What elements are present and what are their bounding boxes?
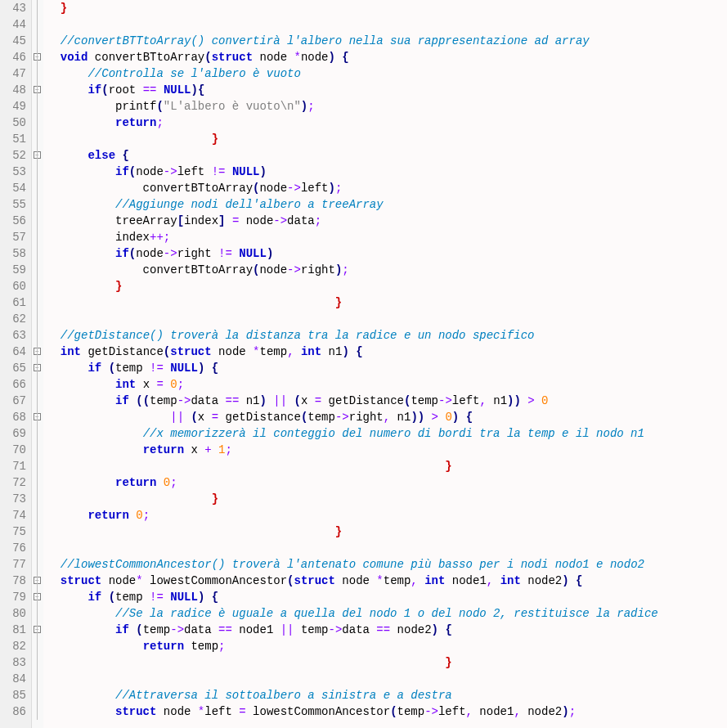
line-number: 45 xyxy=(3,33,26,49)
line-number: 72 xyxy=(3,474,26,491)
line-number: 47 xyxy=(3,65,26,82)
line-number: 64 xyxy=(3,344,26,360)
code-line[interactable]: } xyxy=(47,131,727,147)
line-number: 49 xyxy=(3,98,26,115)
line-number: 70 xyxy=(3,442,26,458)
code-line[interactable]: if (temp != NULL) { xyxy=(47,360,727,376)
code-line[interactable]: //lowestCommonAncestor() troverà l'anten… xyxy=(47,556,727,573)
line-number: 80 xyxy=(3,605,26,622)
line-number: 66 xyxy=(3,376,26,393)
line-number: 48 xyxy=(3,82,26,98)
line-number: 81 xyxy=(3,622,26,638)
line-number: 68 xyxy=(3,409,26,425)
code-line[interactable]: else { xyxy=(47,147,727,164)
code-line[interactable]: struct node *left = lowestCommonAncestor… xyxy=(47,703,727,720)
code-line[interactable]: return temp; xyxy=(47,638,727,654)
line-number: 79 xyxy=(3,589,26,605)
line-number: 56 xyxy=(3,213,26,229)
line-number: 83 xyxy=(3,654,26,671)
code-line[interactable]: printf("L'albero è vuoto\n"); xyxy=(47,98,727,115)
line-number: 77 xyxy=(3,556,26,573)
line-number: 67 xyxy=(3,393,26,409)
line-number: 85 xyxy=(3,687,26,703)
line-number: 61 xyxy=(3,294,26,311)
code-line[interactable]: if(node->right != NULL) xyxy=(47,245,727,262)
line-number: 82 xyxy=(3,638,26,654)
code-editor[interactable]: 4344454647484950515253545556575859606162… xyxy=(0,0,727,728)
code-line[interactable]: int getDistance(struct node *temp, int n… xyxy=(47,344,727,360)
line-number: 57 xyxy=(3,229,26,245)
code-line[interactable]: int x = 0; xyxy=(47,376,727,393)
code-line[interactable]: convertBTtoArray(node->right); xyxy=(47,262,727,278)
code-line[interactable]: } xyxy=(47,0,727,16)
line-number: 60 xyxy=(3,278,26,294)
code-line[interactable] xyxy=(47,540,727,556)
line-number: 59 xyxy=(3,262,26,278)
line-number: 84 xyxy=(3,671,26,687)
code-line[interactable] xyxy=(47,16,727,33)
fold-guide xyxy=(37,0,38,720)
code-line[interactable]: if (temp->data == node1 || temp->data ==… xyxy=(47,622,727,638)
line-number: 58 xyxy=(3,245,26,262)
code-line[interactable]: return x + 1; xyxy=(47,442,727,458)
line-number: 50 xyxy=(3,115,26,131)
code-line[interactable]: //Attraversa il sottoalbero a sinistra e… xyxy=(47,687,727,703)
code-line[interactable]: } xyxy=(47,654,727,671)
code-line[interactable]: index++; xyxy=(47,229,727,245)
code-line[interactable]: || (x = getDistance(temp->right, n1)) > … xyxy=(47,409,727,425)
line-number-gutter: 4344454647484950515253545556575859606162… xyxy=(0,0,32,728)
code-line[interactable]: //getDistance() troverà la distanza tra … xyxy=(47,327,727,344)
line-number: 73 xyxy=(3,491,26,507)
line-number: 52 xyxy=(3,147,26,164)
code-line[interactable]: treeArray[index] = node->data; xyxy=(47,213,727,229)
line-number: 86 xyxy=(3,703,26,720)
code-line[interactable] xyxy=(47,671,727,687)
code-line[interactable]: } xyxy=(47,524,727,540)
line-number: 63 xyxy=(3,327,26,344)
code-line[interactable]: //convertBTTtoArray() convertirà l'alber… xyxy=(47,33,727,49)
code-line[interactable]: } xyxy=(47,491,727,507)
code-line[interactable]: return 0; xyxy=(47,474,727,491)
code-line[interactable]: if (temp != NULL) { xyxy=(47,589,727,605)
fold-column[interactable]: −−−−−−−−− xyxy=(32,0,43,728)
line-number: 78 xyxy=(3,573,26,589)
line-number: 74 xyxy=(3,507,26,524)
line-number: 65 xyxy=(3,360,26,376)
line-number: 46 xyxy=(3,49,26,65)
line-number: 55 xyxy=(3,196,26,213)
code-line[interactable]: void convertBTtoArray(struct node *node)… xyxy=(47,49,727,65)
line-number: 62 xyxy=(3,311,26,327)
code-line[interactable]: struct node* lowestCommonAncestor(struct… xyxy=(47,573,727,589)
code-line[interactable] xyxy=(47,311,727,327)
code-line[interactable]: //Aggiunge nodi dell'albero a treeArray xyxy=(47,196,727,213)
code-line[interactable]: } xyxy=(47,278,727,294)
code-line[interactable]: } xyxy=(47,458,727,474)
line-number: 75 xyxy=(3,524,26,540)
line-number: 51 xyxy=(3,131,26,147)
line-number: 53 xyxy=(3,164,26,180)
line-number: 76 xyxy=(3,540,26,556)
code-line[interactable]: //x memorizzerà il conteggio del numero … xyxy=(47,425,727,442)
line-number: 44 xyxy=(3,16,26,33)
code-line[interactable]: } xyxy=(47,294,727,311)
code-line[interactable]: if ((temp->data == n1) || (x = getDistan… xyxy=(47,393,727,409)
code-line[interactable]: //Se la radice è uguale a quella del nod… xyxy=(47,605,727,622)
code-line[interactable]: return 0; xyxy=(47,507,727,524)
line-number: 54 xyxy=(3,180,26,196)
line-number: 69 xyxy=(3,425,26,442)
code-area[interactable]: } //convertBTTtoArray() convertirà l'alb… xyxy=(43,0,727,728)
code-line[interactable]: return; xyxy=(47,115,727,131)
line-number: 71 xyxy=(3,458,26,474)
code-line[interactable]: if(root == NULL){ xyxy=(47,82,727,98)
line-number: 43 xyxy=(3,0,26,16)
code-line[interactable]: convertBTtoArray(node->left); xyxy=(47,180,727,196)
code-line[interactable]: //Controlla se l'albero è vuoto xyxy=(47,65,727,82)
code-line[interactable]: if(node->left != NULL) xyxy=(47,164,727,180)
